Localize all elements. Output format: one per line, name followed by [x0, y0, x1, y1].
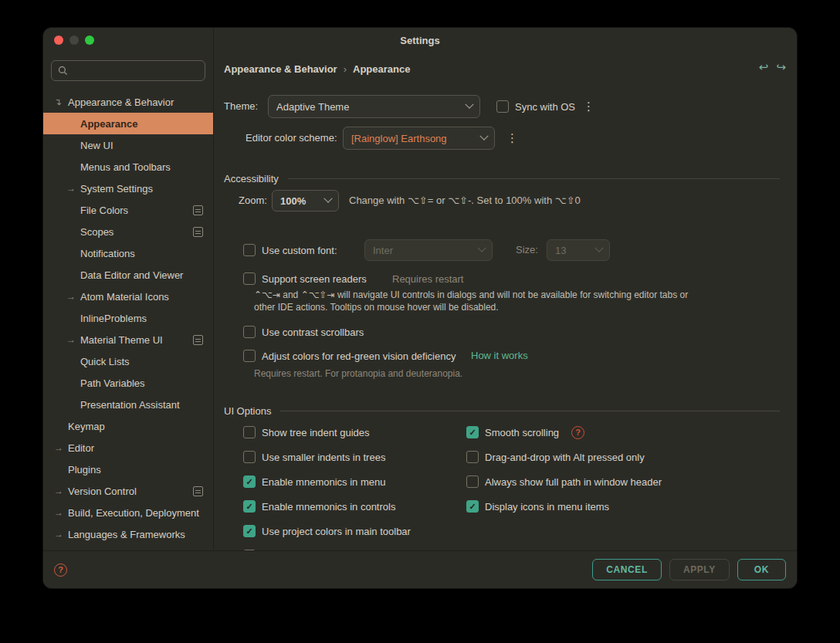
sidebar-item-version-control[interactable]: →Version Control	[43, 480, 213, 502]
chevron-collapsed-icon[interactable]: →	[54, 507, 68, 518]
sidebar-item-quick-lists[interactable]: Quick Lists	[43, 350, 213, 372]
scope-badge-icon	[193, 227, 203, 237]
history-nav: ↩ ↪	[759, 60, 786, 74]
sidebar-item-plugins[interactable]: Plugins	[43, 459, 213, 480]
sidebar-item-scopes[interactable]: Scopes	[43, 221, 213, 242]
option-row-use-project-colors-in-main-toolbar[interactable]: ✓Use project colors in main toolbar	[243, 522, 438, 540]
breadcrumb-section[interactable]: Appearance & Behavior	[224, 63, 337, 75]
enable-mnemonics-in-menu-checkbox[interactable]: ✓	[243, 475, 256, 488]
cancel-button[interactable]: CANCEL	[592, 559, 662, 580]
sidebar-item-appearance-behavior[interactable]: ↴Appearance & Behavior	[43, 91, 213, 113]
sidebar-item-label: Build, Execution, Deployment	[68, 507, 199, 519]
sidebar-item-label: Languages & Frameworks	[68, 529, 185, 540]
chevron-expanded-icon[interactable]: ↴	[54, 96, 68, 107]
help-icon[interactable]: ?	[571, 426, 584, 439]
sidebar-item-label: Version Control	[68, 486, 137, 497]
settings-window: Settings ↴Appearance & BehaviorAppearanc…	[43, 28, 797, 588]
chevron-collapsed-icon[interactable]: →	[54, 442, 68, 453]
chevron-down-icon	[323, 195, 332, 203]
ui-options-section-header: UI Options	[224, 401, 780, 421]
sidebar-item-inlineproblems[interactable]: InlineProblems	[43, 307, 213, 329]
sidebar-item-atom-material-icons[interactable]: →Atom Material Icons	[43, 286, 213, 307]
sidebar-item-system-settings[interactable]: →System Settings	[43, 178, 213, 199]
ui-options-right-column: ✓Smooth scrolling?Drag-and-drop with Alt…	[466, 423, 662, 516]
sidebar-item-label: InlineProblems	[80, 313, 147, 324]
chevron-down-icon	[477, 244, 486, 252]
back-icon[interactable]: ↩	[759, 60, 769, 74]
chevron-collapsed-icon[interactable]: →	[66, 334, 80, 345]
ok-button[interactable]: OK	[737, 559, 786, 580]
enable-mnemonics-in-controls-checkbox[interactable]: ✓	[243, 500, 256, 513]
chevron-collapsed-icon[interactable]: →	[54, 486, 68, 496]
sidebar-item-material-theme-ui[interactable]: →Material Theme UI	[43, 329, 213, 350]
ui-options-left-column: Show tree indent guidesUse smaller inden…	[243, 423, 438, 550]
scope-badge-icon	[193, 486, 203, 496]
option-row-drag-and-drop-with-alt-pressed-only[interactable]: Drag-and-drop with Alt pressed only	[466, 448, 662, 466]
search-input[interactable]	[51, 60, 205, 81]
custom-font-checkbox[interactable]	[243, 244, 256, 256]
breadcrumb: Appearance & Behavior › Appearance	[224, 59, 410, 79]
sidebar-item-languages-frameworks[interactable]: →Languages & Frameworks	[43, 523, 213, 545]
option-row-show-tree-indent-guides[interactable]: Show tree indent guides	[243, 423, 438, 442]
use-smaller-indents-in-trees-checkbox[interactable]	[243, 451, 256, 463]
sidebar-item-appearance[interactable]: Appearance	[43, 113, 213, 134]
use-project-colors-in-main-toolbar-checkbox[interactable]: ✓	[243, 525, 256, 537]
accessibility-title: Accessibility	[224, 173, 279, 184]
screen-readers-checkbox[interactable]	[243, 272, 256, 285]
chevron-collapsed-icon[interactable]: →	[66, 183, 80, 194]
sync-with-os-row[interactable]: Sync with OS	[496, 97, 575, 116]
sidebar-item-data-editor-and-viewer[interactable]: Data Editor and Viewer	[43, 264, 213, 286]
theme-select[interactable]: Adaptive Theme	[268, 95, 480, 118]
apply-button[interactable]: APPLY	[669, 559, 730, 580]
theme-menu-icon[interactable]: ⋮	[583, 95, 594, 118]
contrast-scrollbars-row[interactable]: Use contrast scrollbars	[243, 323, 364, 341]
forward-icon[interactable]: ↪	[776, 60, 786, 74]
always-show-full-path-in-window-header-checkbox[interactable]	[466, 475, 479, 488]
sidebar-item-notifications[interactable]: Notifications	[43, 242, 213, 264]
option-row-smooth-scrolling[interactable]: ✓Smooth scrolling?	[466, 423, 662, 442]
smooth-scrolling-checkbox[interactable]: ✓	[466, 426, 479, 438]
option-row-display-icons-in-menu-items[interactable]: ✓Display icons in menu items	[466, 497, 662, 516]
option-row-enable-mnemonics-in-menu[interactable]: ✓Enable mnemonics in menu	[243, 472, 438, 491]
theme-select-value: Adaptive Theme	[276, 101, 349, 113]
option-label: Show tree indent guides	[262, 427, 369, 438]
sidebar-item-build-execution-deployment[interactable]: →Build, Execution, Deployment	[43, 502, 213, 523]
sidebar-item-label: Appearance & Behavior	[68, 96, 174, 108]
zoom-select-value: 100%	[280, 195, 306, 207]
custom-font-row[interactable]: Use custom font:	[243, 241, 337, 259]
scheme-select[interactable]: [Rainglow] Earthsong	[343, 127, 495, 150]
red-green-checkbox[interactable]	[243, 350, 256, 362]
option-row-enable-mnemonics-in-controls[interactable]: ✓Enable mnemonics in controls	[243, 497, 438, 516]
sidebar-item-label: Editor	[68, 442, 94, 454]
option-label: Use smaller indents in trees	[262, 452, 385, 463]
sidebar-item-menus-and-toolbars[interactable]: Menus and Toolbars	[43, 156, 213, 178]
show-tree-indent-guides-checkbox[interactable]	[243, 426, 256, 438]
chevron-collapsed-icon[interactable]: →	[54, 529, 68, 540]
sidebar-item-path-variables[interactable]: Path Variables	[43, 372, 213, 394]
section-divider	[288, 178, 780, 179]
sidebar-item-new-ui[interactable]: New UI	[43, 134, 213, 156]
how-it-works-link[interactable]: How it works	[471, 350, 528, 361]
sidebar-item-presentation-assistant[interactable]: Presentation Assistant	[43, 394, 213, 415]
custom-font-select: Inter	[364, 239, 493, 261]
scheme-menu-icon[interactable]: ⋮	[506, 127, 518, 150]
sidebar-item-file-colors[interactable]: File Colors	[43, 199, 213, 221]
chevron-collapsed-icon[interactable]: →	[66, 291, 80, 302]
display-icons-in-menu-items-checkbox[interactable]: ✓	[466, 500, 479, 513]
sync-with-os-checkbox[interactable]	[496, 100, 509, 113]
drag-and-drop-with-alt-pressed-only-checkbox[interactable]	[466, 451, 479, 463]
screen-readers-note: ⌃⌥⇥ and ⌃⌥⇧⇥ will navigate UI controls i…	[254, 289, 710, 313]
sidebar-tree: ↴Appearance & BehaviorAppearanceNew UIMe…	[43, 91, 213, 545]
zoom-select[interactable]: 100%	[272, 190, 339, 212]
scope-badge-icon	[193, 335, 203, 345]
contrast-scrollbars-checkbox[interactable]	[243, 326, 256, 338]
option-row-always-show-full-path-in-window-header[interactable]: Always show full path in window header	[466, 472, 662, 491]
option-row-use-smaller-indents-in-trees[interactable]: Use smaller indents in trees	[243, 448, 438, 466]
breadcrumb-page: Appearance	[353, 63, 410, 75]
sidebar-item-editor[interactable]: →Editor	[43, 437, 213, 459]
screen-readers-row[interactable]: Support screen readers	[243, 269, 367, 288]
scheme-label: Editor color scheme:	[246, 127, 337, 150]
sidebar-item-keymap[interactable]: Keymap	[43, 415, 213, 437]
help-icon[interactable]: ?	[54, 563, 67, 577]
red-green-row[interactable]: Adjust colors for red-green vision defic…	[243, 347, 456, 365]
